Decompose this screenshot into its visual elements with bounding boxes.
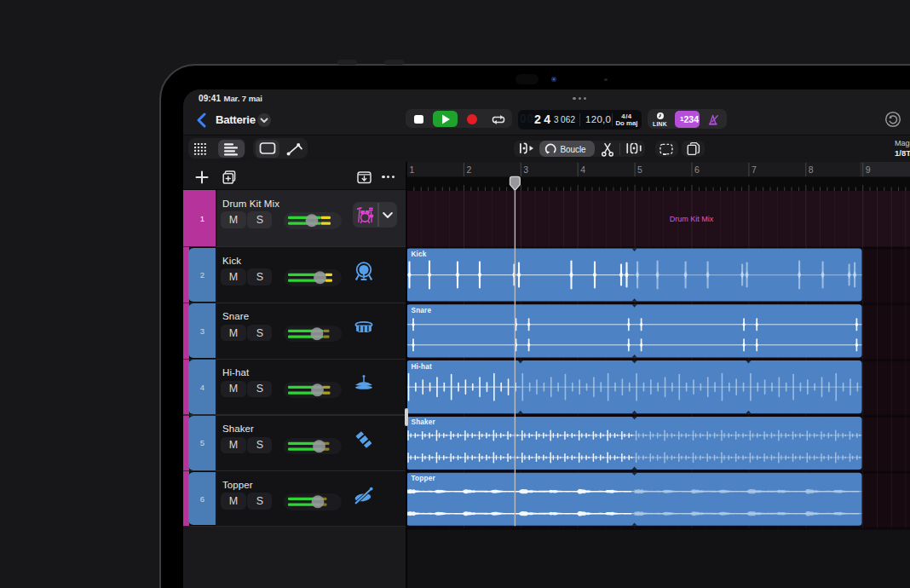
svg-text:Drum Kit Mix: Drum Kit Mix [670, 215, 714, 223]
svg-text:1: 1 [409, 164, 414, 175]
svg-text:Topper: Topper [411, 475, 435, 482]
svg-text:Hi-hat: Hi-hat [411, 363, 431, 371]
svg-text:Shaker: Shaker [411, 418, 435, 426]
svg-text:Snare: Snare [411, 307, 431, 314]
svg-text:3: 3 [523, 164, 528, 175]
svg-text:4: 4 [580, 164, 585, 175]
svg-text:2: 2 [466, 164, 471, 175]
svg-text:6: 6 [694, 164, 700, 175]
svg-text:9: 9 [866, 164, 871, 175]
svg-text:7: 7 [752, 164, 757, 175]
svg-text:8: 8 [809, 164, 814, 175]
svg-text:Kick: Kick [411, 251, 426, 258]
svg-text:5: 5 [637, 164, 642, 175]
